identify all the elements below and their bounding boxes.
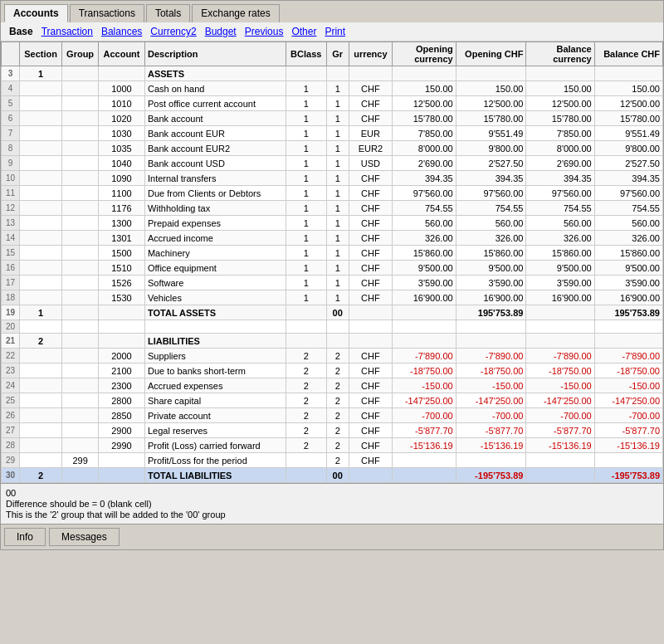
table-row[interactable]: 222000Suppliers22CHF-7'890.00-7'890.00-7… — [2, 349, 663, 363]
table-row[interactable]: 81035Bank account EUR211EUR28'000.009'80… — [2, 141, 663, 156]
tab-accounts[interactable]: Accounts — [4, 4, 68, 22]
cell-balance-chf: 560.00 — [594, 216, 662, 231]
cell-description: Legal reserves — [144, 423, 286, 438]
cell-description: LIABILITIES — [144, 334, 286, 349]
table-row[interactable]: 242300Accrued expenses22CHF-150.00-150.0… — [2, 378, 663, 393]
row-number: 26 — [2, 408, 20, 423]
cell-gr — [326, 320, 349, 334]
cell-bclass: 2 — [286, 363, 326, 378]
menu-print[interactable]: Print — [321, 25, 349, 38]
cell-description: Bank account EUR — [144, 126, 286, 141]
table-row[interactable]: 41000Cash on hand11CHF150.00150.00150.00… — [2, 81, 663, 96]
table-row[interactable]: 232100Due to banks short-term22CHF-18'75… — [2, 363, 663, 378]
menu-other[interactable]: Other — [288, 25, 320, 38]
table-row[interactable]: 111100Due from Clients or Debtors11CHF97… — [2, 186, 663, 201]
cell-balance-currency — [526, 453, 594, 468]
cell-opening-chf: 754.55 — [456, 201, 526, 216]
table-row[interactable]: 61020Bank account11CHF15'780.0015'780.00… — [2, 111, 663, 126]
row-number: 17 — [2, 276, 20, 290]
row-number: 9 — [2, 156, 20, 171]
col-header-section: Section — [19, 42, 61, 66]
status-line-3: This is the '2' group that will be added… — [6, 510, 658, 520]
cell-balance-currency: 7'850.00 — [526, 126, 594, 141]
tab-exchange-rates[interactable]: Exchange rates — [192, 4, 279, 22]
cell-balance-chf: 754.55 — [594, 201, 662, 216]
bottom-tab-info[interactable]: Info — [4, 528, 46, 546]
cell-gr: 2 — [326, 438, 349, 453]
table-row[interactable]: 161510Office equipment11CHF9'500.009'500… — [2, 261, 663, 276]
table-row[interactable]: 31ASSETS — [2, 66, 663, 81]
table-row[interactable]: 141301Accrued income11CHF326.00326.00326… — [2, 231, 663, 246]
cell-gr: 00 — [326, 305, 349, 320]
table-row[interactable]: 272900Legal reserves22CHF-5'877.70-5'877… — [2, 423, 663, 438]
menu-currency2[interactable]: Currency2 — [147, 25, 199, 38]
cell-opening-chf: -5'877.70 — [456, 423, 526, 438]
cell-currency: CHF — [349, 171, 392, 186]
menu-base[interactable]: Base — [6, 25, 37, 38]
table-row[interactable]: 151500Machinery11CHF15'860.0015'860.0015… — [2, 246, 663, 261]
table-row[interactable]: 71030Bank account EUR11EUR7'850.009'551.… — [2, 126, 663, 141]
table-row[interactable]: 171526Software11CHF3'590.003'590.003'590… — [2, 276, 663, 290]
col-header-opening-chf: Opening CHF — [456, 42, 526, 66]
row-number: 18 — [2, 290, 20, 305]
cell-opening-chf: 12'500.00 — [456, 96, 526, 111]
table-row[interactable]: 20 — [2, 320, 663, 334]
table-row[interactable]: 51010Post office current account11CHF12'… — [2, 96, 663, 111]
table-row[interactable]: 181530Vehicles11CHF16'900.0016'900.0016'… — [2, 290, 663, 305]
tab-totals[interactable]: Totals — [146, 4, 190, 22]
cell-bclass: 1 — [286, 81, 326, 96]
table-row[interactable]: 121176Withholding tax11CHF754.55754.5575… — [2, 201, 663, 216]
cell-balance-chf: 12'500.00 — [594, 96, 662, 111]
table-row[interactable]: 91040Bank account USD11USD2'690.002'527.… — [2, 156, 663, 171]
cell-balance-currency: 12'500.00 — [526, 96, 594, 111]
table-row[interactable]: 282990Profit (Loss) carried forward22CHF… — [2, 438, 663, 453]
row-number: 29 — [2, 453, 20, 468]
menu-previous[interactable]: Previous — [242, 25, 287, 38]
cell-balance-chf: 9'551.49 — [594, 126, 662, 141]
cell-section — [19, 126, 61, 141]
cell-balance-currency: -150.00 — [526, 378, 594, 393]
menu-balances[interactable]: Balances — [98, 25, 145, 38]
cell-group — [62, 156, 99, 171]
cell-description: Suppliers — [144, 349, 286, 363]
cell-currency: CHF — [349, 201, 392, 216]
cell-balance-currency: 394.35 — [526, 171, 594, 186]
cell-gr: 2 — [326, 408, 349, 423]
table-row[interactable]: 131300Prepaid expenses11CHF560.00560.005… — [2, 216, 663, 231]
table-row[interactable]: 191TOTAL ASSETS00195'753.89195'753.89 — [2, 305, 663, 320]
cell-section — [19, 393, 61, 408]
cell-bclass — [286, 334, 326, 349]
cell-balance-currency: -15'136.19 — [526, 438, 594, 453]
cell-group — [62, 320, 99, 334]
cell-group — [62, 96, 99, 111]
cell-gr: 1 — [326, 290, 349, 305]
table-row[interactable]: 262850Private account22CHF-700.00-700.00… — [2, 408, 663, 423]
cell-gr: 1 — [326, 96, 349, 111]
cell-balance-chf: -147'250.00 — [594, 393, 662, 408]
cell-description: TOTAL LIABILITIES — [144, 468, 286, 483]
col-header-opening-curr: Openingcurrency — [392, 42, 456, 66]
cell-balance-currency: 150.00 — [526, 81, 594, 96]
menu-transaction[interactable]: Transaction — [38, 25, 96, 38]
cell-opening-currency: 12'500.00 — [392, 96, 456, 111]
cell-opening-chf — [456, 320, 526, 334]
cell-currency: CHF — [349, 231, 392, 246]
table-row[interactable]: 302TOTAL LIABILITIES00-195'753.89-195'75… — [2, 468, 663, 483]
row-number: 16 — [2, 261, 20, 276]
cell-opening-currency: 9'500.00 — [392, 261, 456, 276]
cell-balance-chf: -195'753.89 — [594, 468, 662, 483]
cell-gr: 1 — [326, 186, 349, 201]
cell-section — [19, 156, 61, 171]
table-row[interactable]: 101090Internal transfers11CHF394.35394.3… — [2, 171, 663, 186]
cell-balance-currency — [526, 468, 594, 483]
bottom-tab-messages[interactable]: Messages — [49, 528, 120, 546]
tab-transactions[interactable]: Transactions — [70, 4, 144, 22]
table-row[interactable]: 29299Profit/Loss for the period2CHF — [2, 453, 663, 468]
cell-opening-currency — [392, 66, 456, 81]
table-row[interactable]: 252800Share capital22CHF-147'250.00-147'… — [2, 393, 663, 408]
cell-description: Bank account — [144, 111, 286, 126]
cell-balance-currency: 16'900.00 — [526, 290, 594, 305]
cell-balance-currency: 3'590.00 — [526, 276, 594, 290]
menu-budget[interactable]: Budget — [202, 25, 240, 38]
table-row[interactable]: 212LIABILITIES — [2, 334, 663, 349]
